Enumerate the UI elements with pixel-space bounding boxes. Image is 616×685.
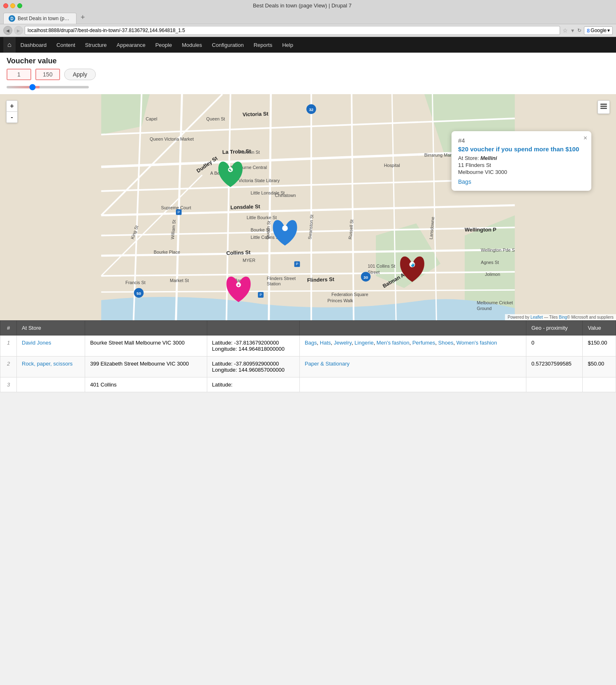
nav-modules[interactable]: Modules xyxy=(177,37,207,53)
address-cell: 399 Elizabeth Street Melbourne VIC 3000 xyxy=(85,356,207,377)
refresh-button[interactable]: ↻ xyxy=(577,28,582,33)
svg-text:Federation Square: Federation Square xyxy=(331,292,368,297)
zoom-in-button[interactable]: + xyxy=(7,101,17,111)
voucher-title: Voucher value xyxy=(7,57,609,65)
tab-title: Best Deals in town (page View) ... xyxy=(18,16,71,21)
address-cell: Bourke Street Mall Melbourne VIC 3000 xyxy=(85,336,207,356)
cat-link[interactable]: Men's fashion xyxy=(377,340,410,346)
svg-text:Jolimon: Jolimon xyxy=(485,272,500,277)
svg-text:Franklin St: Franklin St xyxy=(239,150,260,155)
google-search-button[interactable]: 8 Google ▾ xyxy=(584,26,613,35)
voucher-filter-section: Voucher value Apply xyxy=(0,53,616,94)
address-text: 399 Elizabeth Street Melbourne VIC 3000 xyxy=(90,361,189,367)
svg-text:✦: ✦ xyxy=(237,283,240,287)
cat-link[interactable]: Shoes xyxy=(438,340,454,346)
apply-button[interactable]: Apply xyxy=(64,69,96,80)
nav-help-label: Help xyxy=(282,42,293,48)
attribution-rest: — Tiles xyxy=(543,315,559,319)
bookmark-icon[interactable]: ☆ xyxy=(562,27,569,34)
leaflet-link[interactable]: Leaflet xyxy=(530,315,543,319)
nav-people-label: People xyxy=(155,42,172,48)
svg-text:P: P xyxy=(259,293,262,297)
url-input[interactable] xyxy=(25,26,560,35)
popup-address2: Melbourne VIC 3000 xyxy=(458,169,585,175)
value-cell: $50.00 xyxy=(583,356,616,377)
browser-tabbar: D Best Deals in town (page View) ... + xyxy=(0,11,616,24)
address-cell: 401 Collins xyxy=(85,377,207,392)
svg-text:Ground: Ground xyxy=(477,306,492,311)
categories-cell: Bags, Hats, Jewelry, Lingerie, Men's fas… xyxy=(299,336,526,356)
nav-reports-label: Reports xyxy=(254,42,273,48)
svg-text:Princes Walk: Princes Walk xyxy=(327,298,353,303)
svg-text:Lonsdale St: Lonsdale St xyxy=(230,203,260,211)
cat-link[interactable]: Women's fashion xyxy=(456,340,497,346)
popup-title[interactable]: $20 voucher if you spend more than $100 xyxy=(458,146,585,153)
col-header-address xyxy=(85,321,207,336)
back-button[interactable]: ◀ xyxy=(3,26,12,35)
new-tab-button[interactable]: + xyxy=(77,11,88,24)
voucher-range-slider[interactable] xyxy=(7,86,89,88)
voucher-min-input[interactable] xyxy=(7,69,31,80)
svg-text:Market St: Market St xyxy=(170,278,189,283)
svg-text:Victoria St: Victoria St xyxy=(242,111,269,118)
svg-rect-88 xyxy=(600,104,607,105)
store-link[interactable]: Rock, paper, scissors xyxy=(22,361,73,367)
popup-category-link[interactable]: Bags xyxy=(458,178,585,185)
table-row: 1 David Jones Bourke Street Mall Melbour… xyxy=(0,336,616,356)
nav-appearance[interactable]: Appearance xyxy=(112,37,151,53)
map-container[interactable]: Victoria St La Trobe St Lonsdale St Coll… xyxy=(0,94,616,320)
coords-cell: Latitude: -37.813679200000Longitude: 144… xyxy=(207,336,299,356)
forward-button[interactable]: ▶ xyxy=(14,26,23,35)
col-header-geo: Geo - proximity xyxy=(526,321,583,336)
cat-link[interactable]: Bags xyxy=(305,340,317,346)
google-dropdown-icon[interactable]: ▾ xyxy=(607,28,610,33)
geo-cell: 0.572307599585 xyxy=(526,356,583,377)
attribution-copy: © Microsoft and suppliers xyxy=(567,315,614,319)
geo-cell: 0 xyxy=(526,336,583,356)
cat-link[interactable]: Perfumes xyxy=(412,340,435,346)
active-tab[interactable]: D Best Deals in town (page View) ... xyxy=(3,13,76,24)
layers-icon xyxy=(600,102,608,111)
cat-link[interactable]: Jewelry xyxy=(334,340,352,346)
nav-configuration[interactable]: Configuration xyxy=(207,37,248,53)
nav-structure[interactable]: Structure xyxy=(80,37,112,53)
attribution-text: Powered by xyxy=(507,315,530,319)
col-header-categories xyxy=(299,321,526,336)
nav-help[interactable]: Help xyxy=(277,37,298,53)
svg-text:50: 50 xyxy=(137,291,141,296)
map-layers-button[interactable] xyxy=(597,100,610,114)
popup-store-name[interactable]: Mellini xyxy=(480,155,497,161)
popup-store-prefix: At Store: xyxy=(458,155,480,161)
popup-close-button[interactable]: × xyxy=(584,134,587,142)
nav-people[interactable]: People xyxy=(151,37,177,53)
svg-text:P: P xyxy=(296,262,299,266)
nav-home-button[interactable]: ⌂ xyxy=(3,37,16,53)
nav-dashboard[interactable]: Dashboard xyxy=(16,37,52,53)
svg-rect-90 xyxy=(600,108,607,109)
coords-text: Latitude: -37.809592900000Longitude: 144… xyxy=(212,361,285,373)
cat-link[interactable]: Lingerie xyxy=(354,340,373,346)
nav-appearance-label: Appearance xyxy=(117,42,146,48)
nav-content[interactable]: Content xyxy=(51,37,80,53)
store-link[interactable]: David Jones xyxy=(22,340,51,346)
svg-text:30: 30 xyxy=(364,275,368,280)
value-cell: $150.00 xyxy=(583,336,616,356)
nav-reports[interactable]: Reports xyxy=(249,37,278,53)
cat-link-paper-stationary[interactable]: Paper & Stationary xyxy=(305,361,350,367)
nav-configuration-label: Configuration xyxy=(212,42,243,48)
zoom-out-button[interactable]: - xyxy=(7,112,17,123)
svg-text:Francis St: Francis St xyxy=(125,280,146,285)
voucher-max-input[interactable] xyxy=(35,69,60,80)
bing-link[interactable]: Bing xyxy=(559,315,567,319)
svg-text:Queen St: Queen St xyxy=(206,116,225,121)
cat-link[interactable]: Hats xyxy=(320,340,331,346)
svg-text:Station: Station xyxy=(267,281,281,286)
browser-titlebar: Best Deals in town (page View) | Drupal … xyxy=(0,0,616,11)
table-row: 2 Rock, paper, scissors 399 Elizabeth St… xyxy=(0,356,616,377)
svg-text:Supreme Court: Supreme Court xyxy=(161,205,191,210)
page-content: Voucher value Apply xyxy=(0,53,616,392)
popup-address1: 11 Flinders St xyxy=(458,162,585,168)
popup-store-line: At Store: Mellini xyxy=(458,155,585,161)
dropdown-icon[interactable]: ▾ xyxy=(570,27,575,34)
svg-text:Flinders Street: Flinders Street xyxy=(267,276,296,281)
